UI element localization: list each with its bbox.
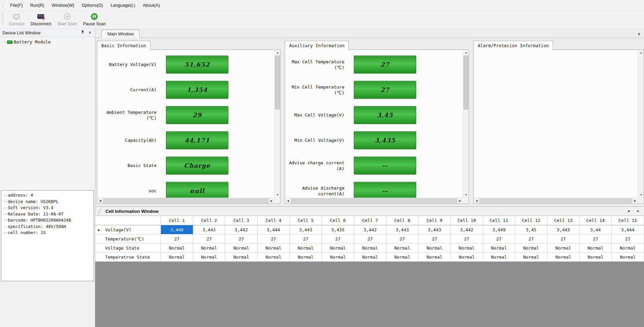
cell-value[interactable]: 3,444 <box>612 225 644 234</box>
cell-column-header[interactable]: Cell 8 <box>386 216 419 225</box>
cell-value[interactable]: 3,449 <box>161 225 193 234</box>
scrollbar-track[interactable] <box>275 56 280 192</box>
cell-value[interactable]: Normal <box>418 253 451 262</box>
menu-item-abouta[interactable]: About(A) <box>139 1 164 9</box>
cell-value[interactable]: Normal <box>290 253 322 262</box>
cell-column-header[interactable]: Cell 11 <box>483 216 515 225</box>
cell-value[interactable]: Normal <box>161 243 193 253</box>
menu-item-runr[interactable]: Run(R) <box>27 1 48 9</box>
cell-value[interactable]: Normal <box>258 253 290 262</box>
cell-value[interactable]: 27 <box>386 234 419 243</box>
cell-value[interactable]: 27 <box>580 234 612 243</box>
aux-vertical-scrollbar[interactable]: ▲ ▼ <box>463 50 469 198</box>
cell-value[interactable]: Normal <box>258 243 290 253</box>
cell-value[interactable]: 3,44 <box>580 225 612 234</box>
cell-value[interactable]: 3,449 <box>483 225 515 234</box>
basic-vertical-scrollbar[interactable]: ▲ ▼ <box>274 50 280 198</box>
cell-value[interactable]: Normal <box>193 243 226 253</box>
cell-value[interactable]: Normal <box>483 243 515 253</box>
disconnect-button[interactable]: Disconnect <box>29 12 54 27</box>
cell-column-header[interactable]: Cell 13 <box>547 216 580 225</box>
alarm-horizontal-scrollbar[interactable]: ◀ ▶ <box>474 198 638 203</box>
cell-value[interactable]: Normal <box>580 243 612 253</box>
cell-value[interactable]: 3,442 <box>451 225 483 234</box>
scrollbar-track[interactable] <box>103 198 269 203</box>
cell-value[interactable]: Normal <box>451 253 483 262</box>
cell-value[interactable]: Normal <box>354 243 386 253</box>
cell-value[interactable]: Normal <box>322 243 354 253</box>
cell-column-header[interactable]: Cell 6 <box>322 216 354 225</box>
alarm-vertical-scrollbar[interactable]: ▲ ▼ <box>638 50 644 198</box>
cell-column-header[interactable]: Cell 5 <box>290 216 322 225</box>
cell-value[interactable]: 3,443 <box>547 225 580 234</box>
close-icon[interactable]: × <box>87 30 93 35</box>
cell-value[interactable]: Normal <box>451 243 483 253</box>
scrollbar-thumb[interactable] <box>291 198 457 203</box>
cell-value[interactable]: 27 <box>612 234 644 243</box>
scroll-right-button[interactable]: ▶ <box>269 198 274 204</box>
cell-column-header[interactable]: Cell 2 <box>193 216 226 225</box>
cell-value[interactable]: 3,443 <box>290 225 322 234</box>
scrollbar-thumb[interactable] <box>464 56 468 109</box>
scroll-left-button[interactable]: ◀ <box>474 198 479 204</box>
cell-column-header[interactable]: Cell 14 <box>580 216 612 225</box>
cell-value[interactable]: 27 <box>322 234 354 243</box>
cell-column-header[interactable]: Cell 9 <box>418 216 451 225</box>
cell-column-header[interactable]: Cell 10 <box>451 216 483 225</box>
menu-item-optionso[interactable]: Options(O) <box>78 1 107 9</box>
scroll-up-button[interactable]: ▲ <box>463 50 469 56</box>
cell-value[interactable]: Normal <box>161 253 193 262</box>
scroll-up-button[interactable]: ▲ <box>638 50 644 56</box>
cell-value[interactable]: Normal <box>386 253 419 262</box>
scrollbar-track[interactable] <box>463 56 469 192</box>
cell-value[interactable]: Normal <box>612 253 644 262</box>
scroll-down-button[interactable]: ▼ <box>275 192 280 198</box>
cell-value[interactable]: Normal <box>515 243 547 253</box>
menu-item-windoww[interactable]: Window(W) <box>48 1 78 9</box>
cell-column-header[interactable]: Cell 15 <box>612 216 644 225</box>
cell-value[interactable]: 3,443 <box>193 225 226 234</box>
tab-auxiliary-information[interactable]: Auxiliary Information <box>285 41 349 50</box>
cell-value[interactable]: 27 <box>258 234 290 243</box>
tab-alarm-protection-information[interactable]: Alarm/Protecion Information <box>473 41 553 50</box>
cell-value[interactable]: 3,442 <box>225 225 258 234</box>
tab-basic-information[interactable]: Basic Information <box>97 41 150 50</box>
menu-item-filef[interactable]: File(F) <box>6 1 27 9</box>
cell-value[interactable]: Normal <box>418 243 451 253</box>
cell-value[interactable]: 27 <box>193 234 226 243</box>
cell-value[interactable]: 27 <box>418 234 451 243</box>
scrollbar-track[interactable] <box>479 198 632 203</box>
cell-value[interactable]: 3,443 <box>386 225 419 234</box>
cell-value[interactable]: Normal <box>483 253 515 262</box>
cell-value[interactable]: Normal <box>580 253 612 262</box>
tab-main-window[interactable]: Main Window <box>101 30 140 38</box>
scrollbar-track[interactable] <box>638 56 644 192</box>
cell-value[interactable]: 3,442 <box>354 225 386 234</box>
cell-value[interactable]: 3,435 <box>322 225 354 234</box>
cell-column-header[interactable]: Cell 4 <box>258 216 290 225</box>
cell-value[interactable]: Normal <box>612 243 644 253</box>
cell-value[interactable]: 3,45 <box>515 225 547 234</box>
cell-column-header[interactable]: Cell 1 <box>161 216 193 225</box>
scroll-left-button[interactable]: ◀ <box>285 198 291 204</box>
cell-column-header[interactable]: Cell 7 <box>354 216 386 225</box>
cell-value[interactable]: Normal <box>225 243 258 253</box>
scrollbar-thumb[interactable] <box>479 198 632 203</box>
cell-value[interactable]: 3,443 <box>418 225 451 234</box>
cell-value[interactable]: 27 <box>290 234 322 243</box>
cell-value[interactable]: Normal <box>547 243 580 253</box>
scroll-down-button[interactable]: ▼ <box>463 192 469 198</box>
start-scan-button[interactable]: Start Scan <box>55 12 79 27</box>
cell-window-dropdown-icon[interactable]: ▼ <box>627 209 631 213</box>
cell-value[interactable]: 27 <box>161 234 193 243</box>
scrollbar-thumb[interactable] <box>103 198 269 203</box>
scroll-up-button[interactable]: ▲ <box>275 50 280 56</box>
cell-value[interactable]: Normal <box>515 253 547 262</box>
scroll-right-button[interactable]: ▶ <box>457 198 463 204</box>
cell-value[interactable]: 27 <box>451 234 483 243</box>
cell-value[interactable]: Normal <box>322 253 354 262</box>
scrollbar-track[interactable] <box>291 198 457 203</box>
scrollbar-thumb[interactable] <box>275 56 280 109</box>
tree-item-battery-module[interactable]: Battery Module <box>2 39 93 44</box>
aux-horizontal-scrollbar[interactable]: ◀ ▶ <box>285 198 463 203</box>
